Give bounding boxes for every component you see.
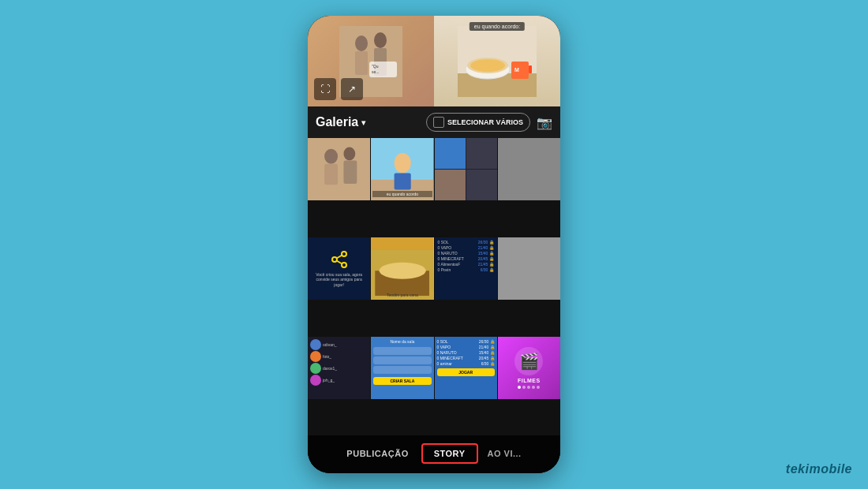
watermark-suffix: mobile [809, 462, 852, 476]
phone-frame: "Qu se... ⛶ ↗ eu quando acordo: [308, 16, 560, 473]
form-cell: Nome da sala CRIAR SALA [371, 337, 433, 399]
gallery-title[interactable]: Galeria ▾ [316, 115, 365, 129]
score-row-5: 0 aminar6/30 🔒 [437, 361, 495, 366]
svg-rect-16 [308, 138, 370, 200]
score-row-2: 0 VAPO21/40 🔒 [437, 345, 495, 349]
svg-rect-20 [343, 161, 357, 185]
avatar-3 [310, 363, 321, 374]
grid-cell-8[interactable] [498, 237, 560, 300]
food-preview: eu quando acordo: M [434, 16, 560, 106]
form-field-3 [373, 366, 431, 374]
gray-cell-content [498, 138, 560, 200]
svg-point-17 [324, 149, 338, 164]
grid-cell-12[interactable]: 🎬 FILMES [498, 337, 560, 399]
grid-cell-3[interactable] [435, 138, 497, 200]
svg-point-25 [342, 252, 346, 256]
social-row-2: foto_ [310, 351, 368, 362]
avatar-4 [310, 375, 321, 386]
score-row-1: 0 SOL26/30 🔒 [437, 339, 495, 344]
game-list: 0 SOL26/30 🔒 0 VAPO21/40 🔒 0 NARUTO15/40… [435, 237, 497, 300]
dot-1 [518, 386, 521, 389]
grid-cell-10[interactable]: Nome da sala CRIAR SALA [371, 337, 433, 399]
social-row-4: joh_g_ [310, 375, 368, 386]
photo-grid: eu quando acordo [308, 138, 560, 435]
collage-3 [435, 170, 466, 200]
dot-4 [532, 386, 535, 389]
criar-sala-btn[interactable]: CRIAR SALA [373, 377, 431, 385]
grid-cell-6[interactable]: Teodim para cena [371, 237, 433, 300]
tab-ao-vivo[interactable]: AO VI... [478, 444, 534, 463]
cell-1-inner [308, 138, 370, 200]
grid-cell-11[interactable]: 0 SOL26/30 🔒 0 VAPO21/40 🔒 0 NARUTO15/40… [435, 337, 497, 399]
preview-left: "Qu se... ⛶ ↗ [308, 16, 434, 106]
svg-rect-2 [355, 51, 368, 75]
social-row-1: odivan_ [310, 339, 368, 350]
grid-cell-4[interactable] [498, 138, 560, 200]
grid-cell-1[interactable] [308, 138, 370, 200]
food-table-text: Teodim para cena [387, 293, 418, 297]
clapper-icon: 🎬 [514, 347, 543, 375]
score-row-3: 0 NARUTO15/40 🔒 [437, 350, 495, 355]
game-row-5: 0 AlimentosF21/45 🔒 [438, 262, 494, 267]
svg-point-26 [332, 257, 337, 262]
avatar-2 [310, 351, 321, 362]
game-row-3: 0 NARUTO15/40 🔒 [438, 251, 494, 256]
movie-dots [518, 386, 540, 389]
scores-cell: 0 SOL26/30 🔒 0 VAPO21/40 🔒 0 NARUTO15/40… [435, 337, 497, 399]
grid-cell-2[interactable]: eu quando acordo [371, 138, 433, 200]
cell-2-inner: eu quando acordo [371, 138, 433, 200]
bottom-tab-bar: PUBLICAÇÃO STORY AO VI... [308, 435, 560, 473]
svg-point-1 [355, 35, 368, 51]
overlay-icons: ⛶ ↗ [314, 78, 363, 100]
form-field-2 [373, 356, 431, 364]
top-preview-area: "Qu se... ⛶ ↗ eu quando acordo: [308, 16, 560, 106]
movie-cell: 🎬 FILMES [498, 337, 560, 399]
food-overlay-text: eu quando acordo: [470, 22, 525, 31]
grid-cell-9[interactable]: odivan_ foto_ darox1_ joh_g_ [308, 337, 370, 399]
gallery-label: Galeria [316, 115, 358, 129]
dot-3 [527, 386, 530, 389]
cell-2-overlay: eu quando acordo [372, 191, 432, 197]
collage-1 [435, 138, 466, 169]
jogar-btn[interactable]: JOGAR [437, 368, 495, 376]
collage-grid [435, 138, 497, 200]
grid-cell-5[interactable]: Você criou sua sala, agora convide seus … [308, 237, 370, 300]
cell-3-inner [435, 138, 497, 200]
camera-icon[interactable]: 📷 [537, 115, 552, 130]
gallery-header: Galeria ▾ SELECIONAR VÁRIOS 📷 [308, 106, 560, 138]
share-icon[interactable]: ↗ [341, 78, 363, 100]
game-row-2: 0 VAPO21/40 🔒 [438, 245, 494, 250]
collage-2 [466, 138, 497, 169]
game-row-1: 0 SOL26/30 🔒 [438, 240, 494, 244]
game-row-4: 0 MINECRAFT20/45 🔒 [438, 256, 494, 261]
dot-2 [522, 386, 526, 389]
dot-5 [537, 386, 540, 389]
light-gray [498, 237, 560, 300]
svg-rect-15 [529, 65, 532, 73]
select-icon [433, 117, 444, 128]
svg-rect-33 [371, 237, 433, 250]
food-table-cell: Teodim para cena [371, 237, 433, 300]
svg-text:M: M [514, 67, 519, 73]
tab-publicacao[interactable]: PUBLICAÇÃO [334, 444, 421, 463]
svg-point-27 [342, 263, 346, 267]
social-cell: odivan_ foto_ darox1_ joh_g_ [308, 337, 370, 399]
form-title: Nome da sala [373, 339, 431, 344]
svg-point-3 [374, 32, 387, 48]
svg-point-23 [395, 153, 411, 173]
publicacao-label: PUBLICAÇÃO [346, 449, 408, 458]
svg-text:se...: se... [372, 69, 379, 74]
game-row-6: 0 Povin6/30 🔒 [438, 267, 494, 272]
expand-icon[interactable]: ⛶ [314, 78, 336, 100]
select-multiple-button[interactable]: SELECIONAR VÁRIOS [426, 113, 530, 132]
grid-cell-7[interactable]: 0 SOL26/30 🔒 0 VAPO21/40 🔒 0 NARUTO15/40… [435, 237, 497, 300]
chevron-down-icon: ▾ [361, 118, 365, 127]
svg-rect-24 [395, 173, 411, 189]
svg-rect-18 [324, 164, 338, 185]
collage-4 [466, 170, 497, 200]
phone-screen: "Qu se... ⛶ ↗ eu quando acordo: [308, 16, 560, 473]
svg-point-19 [343, 147, 355, 161]
svg-point-12 [470, 59, 505, 72]
tab-story[interactable]: STORY [421, 443, 478, 464]
svg-line-28 [336, 260, 342, 263]
